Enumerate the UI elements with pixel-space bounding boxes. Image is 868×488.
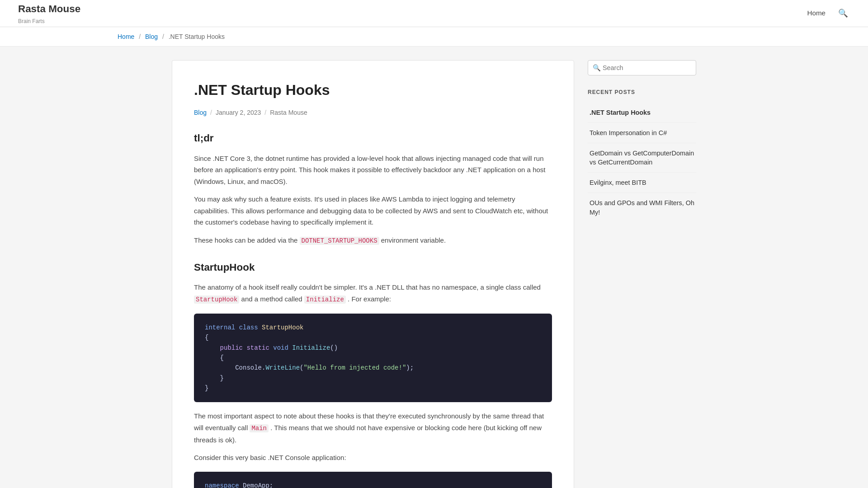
post-meta: Blog / January 2, 2023 / Rasta Mouse: [194, 108, 552, 117]
breadcrumb-blog-link[interactable]: Blog: [145, 33, 158, 40]
tl-dr-para-2: You may ask why such a feature exists. I…: [194, 193, 552, 228]
recent-post-link-1[interactable]: .NET Startup Hooks: [588, 103, 696, 122]
sidebar: 🔍 RECENT POSTS .NET Startup Hooks Token …: [588, 60, 696, 222]
post-date: January 2, 2023: [216, 108, 261, 117]
startup-hook-heading: StartupHook: [194, 259, 552, 276]
site-title-link[interactable]: Rasta Mouse: [18, 1, 80, 17]
header-search-button[interactable]: 🔍: [836, 7, 850, 20]
site-header: Rasta Mouse Brain Farts Home 🔍: [0, 0, 868, 27]
tl-dr-heading: tl;dr: [194, 130, 552, 146]
sidebar-search-input[interactable]: [588, 61, 696, 75]
post-body: tl;dr Since .NET Core 3, the dotnet runt…: [194, 130, 552, 488]
nav-home-link[interactable]: Home: [807, 8, 826, 19]
meta-sep-1: /: [210, 108, 212, 117]
recent-post-link-3[interactable]: GetDomain vs GetComputerDomain vs GetCur…: [588, 143, 696, 172]
post-title: .NET Startup Hooks: [194, 79, 552, 102]
page-wrapper: .NET Startup Hooks Blog / January 2, 202…: [163, 60, 705, 488]
main-para-2: Consider this very basic .NET Console ap…: [194, 452, 552, 464]
recent-posts-title: RECENT POSTS: [588, 88, 696, 97]
recent-post-item-4: Evilginx, meet BITB: [588, 173, 696, 193]
sidebar-search-section: 🔍: [588, 60, 696, 75]
post-author: Rasta Mouse: [270, 108, 307, 117]
main-nav: Home 🔍: [807, 7, 850, 20]
post-category-link[interactable]: Blog: [194, 108, 207, 117]
header-search-icon: 🔍: [838, 9, 848, 18]
sidebar-recent-posts: RECENT POSTS .NET Startup Hooks Token Im…: [588, 88, 696, 222]
initialize-method-code: Initialize: [304, 296, 346, 304]
recent-post-link-4[interactable]: Evilginx, meet BITB: [588, 173, 696, 192]
env-var-code: DOTNET_STARTUP_HOOKS: [300, 237, 379, 245]
tl-dr-para-3: These hooks can be added via the DOTNET_…: [194, 235, 552, 247]
code-pre-2: namespace DemoApp; internal static class…: [205, 481, 541, 488]
recent-post-item-5: OUs and GPOs and WMI Filters, Oh My!: [588, 193, 696, 222]
breadcrumb-current: .NET Startup Hooks: [169, 33, 225, 40]
main-code: Main: [250, 424, 269, 432]
tl-dr-para-1: Since .NET Core 3, the dotnet runtime ha…: [194, 153, 552, 188]
code-pre-1: internal class StartupHook { public stat…: [205, 323, 541, 394]
breadcrumb-sep-1: /: [139, 33, 141, 40]
breadcrumb: Home / Blog / .NET Startup Hooks: [0, 27, 868, 47]
startup-hook-class-code: StartupHook: [194, 296, 239, 304]
meta-sep-2: /: [264, 108, 266, 117]
breadcrumb-sep-2: /: [162, 33, 164, 40]
startup-hook-intro: The anatomy of a hook itself really coul…: [194, 282, 552, 305]
main-content: .NET Startup Hooks Blog / January 2, 202…: [172, 60, 574, 488]
sidebar-search-box: 🔍: [588, 60, 696, 75]
recent-post-item-1: .NET Startup Hooks: [588, 103, 696, 123]
code-block-1: internal class StartupHook { public stat…: [194, 314, 552, 403]
site-subtitle: Brain Farts: [18, 17, 80, 26]
main-para-1: The most important aspect to note about …: [194, 410, 552, 446]
recent-post-item-3: GetDomain vs GetComputerDomain vs GetCur…: [588, 143, 696, 173]
recent-post-item-2: Token Impersonation in C#: [588, 123, 696, 143]
recent-posts-list: .NET Startup Hooks Token Impersonation i…: [588, 103, 696, 222]
code-block-2: namespace DemoApp; internal static class…: [194, 472, 552, 488]
breadcrumb-home-link[interactable]: Home: [118, 33, 134, 40]
recent-post-link-5[interactable]: OUs and GPOs and WMI Filters, Oh My!: [588, 193, 696, 222]
recent-post-link-2[interactable]: Token Impersonation in C#: [588, 123, 696, 143]
site-branding: Rasta Mouse Brain Farts: [18, 1, 80, 26]
